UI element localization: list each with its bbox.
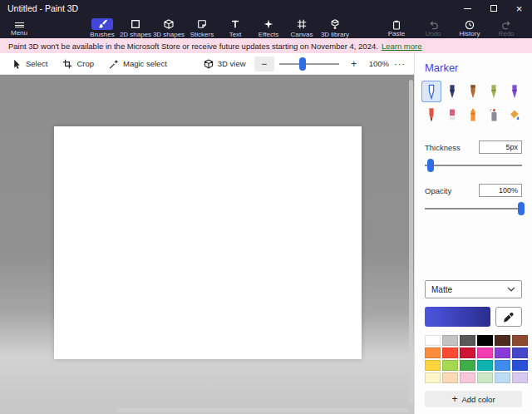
brush-pixel-pen[interactable]	[505, 81, 525, 102]
color-swatch[interactable]	[477, 335, 493, 346]
brush-calligraphy-pen[interactable]	[442, 81, 462, 102]
close-icon: ×	[516, 3, 523, 14]
brush-oil-brush[interactable]	[463, 81, 483, 102]
learn-more-link[interactable]: Learn more	[382, 42, 422, 51]
tab-canvas[interactable]: Canvas	[286, 17, 318, 38]
maximize-button[interactable]	[480, 0, 506, 17]
fill-bucket-icon	[509, 107, 520, 123]
brush-marker[interactable]	[421, 81, 441, 102]
oil-brush-icon	[467, 84, 479, 100]
opacity-label: Opacity	[425, 186, 451, 195]
select-button[interactable]: Select	[12, 59, 47, 69]
magic-select-button[interactable]: Magic select	[109, 59, 167, 69]
color-swatch[interactable]	[442, 335, 458, 346]
brush-pencil[interactable]	[421, 104, 441, 126]
cube-icon	[158, 18, 180, 30]
tab-3d-library[interactable]: 3D library	[319, 17, 351, 38]
thickness-label: Thickness	[425, 143, 461, 152]
thickness-slider-track	[425, 165, 522, 166]
brush-watercolour[interactable]	[484, 81, 504, 102]
color-swatch[interactable]	[477, 372, 493, 383]
zoom-out-button[interactable]: −	[254, 57, 274, 71]
close-button[interactable]: ×	[506, 0, 532, 17]
color-swatch[interactable]	[477, 360, 493, 371]
color-swatch[interactable]	[442, 360, 458, 371]
notification-message: Paint 3D won't be available in the Micro…	[8, 42, 378, 51]
finish-value: Matte	[431, 285, 452, 294]
opacity-input[interactable]: 100%	[479, 184, 522, 197]
color-swatch[interactable]	[512, 372, 528, 383]
redo-button[interactable]: Redo	[492, 17, 520, 37]
opacity-slider-track	[425, 208, 522, 209]
color-swatch[interactable]	[512, 347, 528, 358]
marker-icon	[426, 84, 437, 100]
eyedropper-icon	[503, 312, 514, 323]
window-controls: ×	[455, 0, 532, 17]
minimize-icon	[464, 8, 471, 9]
crop-icon	[62, 59, 72, 69]
3d-view-button[interactable]: 3D view	[204, 59, 246, 69]
history-button[interactable]: History	[456, 17, 484, 37]
brush-spray-can[interactable]	[484, 104, 504, 126]
color-swatch[interactable]	[425, 360, 441, 371]
canvas-area	[0, 75, 414, 414]
tab-brushes[interactable]: Brushes	[86, 17, 118, 38]
color-swatch[interactable]	[495, 360, 510, 371]
opacity-slider[interactable]	[425, 202, 522, 215]
color-swatch[interactable]	[460, 347, 475, 358]
color-swatch[interactable]	[495, 335, 510, 346]
color-swatch[interactable]	[442, 347, 458, 358]
color-swatch[interactable]	[460, 360, 475, 371]
undo-button[interactable]: Undo	[419, 17, 447, 37]
brush-row-2	[421, 104, 525, 126]
color-swatch[interactable]	[460, 372, 475, 383]
brush-row-1	[421, 81, 525, 102]
eraser-icon	[446, 107, 458, 123]
color-swatch[interactable]	[495, 372, 510, 383]
drawing-canvas[interactable]	[54, 126, 362, 359]
library-cube-icon	[324, 18, 346, 30]
history-clock-icon	[465, 19, 475, 30]
color-swatch[interactable]	[512, 360, 528, 371]
minimize-button[interactable]	[455, 0, 480, 17]
crop-button[interactable]: Crop	[62, 59, 94, 69]
sparkle-icon	[258, 18, 279, 30]
color-swatch[interactable]	[512, 335, 528, 346]
opacity-slider-thumb[interactable]	[518, 202, 525, 215]
tab-2d-shapes[interactable]: 2D shapes	[120, 17, 151, 38]
zoom-in-button[interactable]: +	[344, 57, 364, 71]
brush-eraser[interactable]	[442, 104, 462, 126]
horizontal-scrollbar[interactable]	[116, 408, 409, 412]
canvas-grid-icon	[291, 18, 313, 30]
tab-3d-shapes[interactable]: 3D shapes	[153, 17, 185, 38]
more-options-icon[interactable]: ···	[394, 59, 406, 69]
paste-button[interactable]: Paste	[382, 17, 411, 37]
window-title: Untitled - Paint 3D	[0, 3, 78, 13]
menu-button[interactable]: Menu	[0, 17, 38, 38]
thickness-slider[interactable]	[425, 159, 522, 172]
tab-effects[interactable]: Effects	[253, 17, 284, 38]
finish-dropdown[interactable]: Matte	[425, 280, 522, 298]
gradient-swatch[interactable]	[425, 307, 490, 327]
color-swatch[interactable]	[425, 335, 441, 346]
add-color-button[interactable]: + Add color	[425, 391, 522, 407]
thickness-slider-thumb[interactable]	[427, 159, 434, 172]
color-swatch[interactable]	[442, 372, 458, 383]
brush-crayon[interactable]	[463, 104, 483, 126]
vertical-scrollbar[interactable]	[409, 80, 413, 404]
tab-text[interactable]: Text	[219, 17, 251, 38]
brush-fill[interactable]	[505, 104, 525, 126]
eyedropper-button[interactable]	[495, 307, 522, 327]
current-color-row	[425, 307, 522, 327]
zoom-slider-thumb[interactable]	[299, 57, 306, 71]
calligraphy-pen-icon	[446, 84, 458, 100]
color-swatch[interactable]	[425, 347, 441, 358]
color-swatch[interactable]	[460, 335, 475, 346]
color-swatch[interactable]	[477, 347, 493, 358]
sticker-icon	[191, 18, 213, 30]
thickness-input[interactable]: 5px	[479, 140, 522, 154]
zoom-slider[interactable]	[279, 57, 339, 71]
color-swatch[interactable]	[495, 347, 510, 358]
color-swatch[interactable]	[425, 372, 441, 383]
tab-stickers[interactable]: Stickers	[186, 17, 218, 38]
